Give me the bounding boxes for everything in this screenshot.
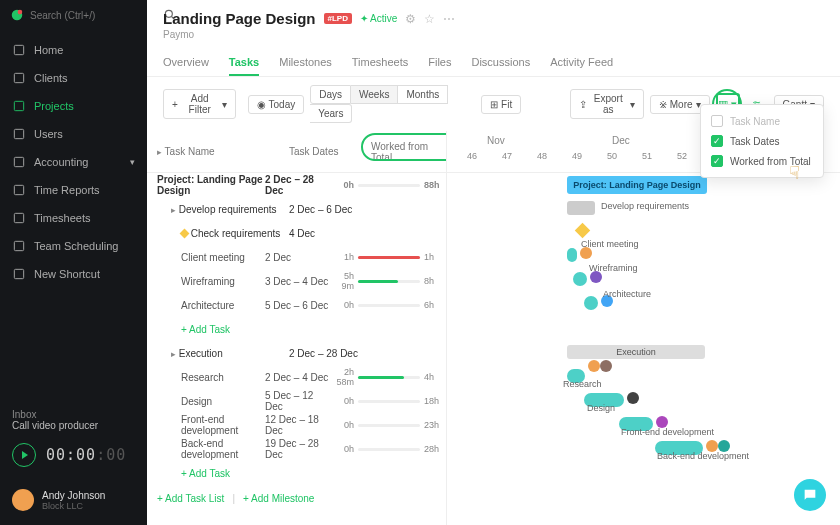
user-name: Andy Johnson [42, 490, 105, 501]
timeline-week: 50 [607, 151, 617, 161]
task-row[interactable]: Research2 Dec – 4 Dec2h 58m4h [147, 365, 446, 389]
svg-rect-7 [14, 157, 23, 166]
gantt-bar[interactable] [573, 272, 587, 286]
range-weeks[interactable]: Weeks [351, 85, 398, 104]
gantt-milestone-icon[interactable] [575, 223, 591, 239]
col-task-dates[interactable]: Task Dates [289, 146, 371, 157]
task-row[interactable]: Architecture5 Dec – 6 Dec0h6h [147, 293, 446, 317]
gantt-label: Back-end development [657, 451, 749, 461]
gantt-bar[interactable]: Execution [567, 345, 705, 359]
sidebar-item-home[interactable]: Home [0, 36, 147, 64]
gantt-panel[interactable]: NovDec4647484950515212 Project: Landing … [447, 131, 840, 525]
range-years[interactable]: Years [310, 104, 352, 123]
svg-rect-4 [14, 73, 23, 82]
gantt-bar[interactable] [584, 296, 598, 310]
gantt-bar[interactable] [567, 201, 595, 215]
search-input[interactable] [30, 10, 157, 21]
range-months[interactable]: Months [398, 85, 448, 104]
sidebar-item-new-shortcut[interactable]: New Shortcut [0, 260, 147, 288]
play-icon[interactable] [12, 443, 36, 467]
tab-milestones[interactable]: Milestones [279, 50, 332, 76]
task-row[interactable]: Back-end development19 Dec – 28 Dec0h28h [147, 437, 446, 461]
col-worked[interactable]: Worked from Total [371, 141, 428, 163]
breadcrumb[interactable]: Paymo [147, 29, 840, 40]
home-icon [12, 43, 26, 57]
sidebar: HomeClientsProjectsUsersAccounting▾Time … [0, 0, 147, 525]
task-row[interactable]: + Add Task [147, 461, 446, 485]
tab-overview[interactable]: Overview [163, 50, 209, 76]
more-icon[interactable]: ⋯ [443, 12, 455, 26]
avatar [588, 360, 600, 372]
gear-icon[interactable]: ⚙ [405, 12, 416, 26]
task-row[interactable]: ▸ Execution2 Dec – 28 Dec [147, 341, 446, 365]
dropdown-item[interactable]: Task Name [701, 111, 823, 131]
clients-icon [12, 71, 26, 85]
task-row[interactable]: Design5 Dec – 12 Dec0h18h [147, 389, 446, 413]
sidebar-item-clients[interactable]: Clients [0, 64, 147, 92]
bell-icon[interactable]: ☆ [424, 12, 435, 26]
add-task-list-link[interactable]: + Add Task List [157, 493, 224, 504]
add-task-link[interactable]: + Add Task [157, 324, 230, 335]
checkbox-icon[interactable] [711, 115, 723, 127]
task-row[interactable]: ▸ Develop requirements2 Dec – 6 Dec [147, 197, 446, 221]
task-row[interactable]: + Add Task [147, 317, 446, 341]
user-profile[interactable]: Andy Johnson Block LLC [0, 479, 147, 525]
task-row[interactable]: Front-end development12 Dec – 18 Dec0h23… [147, 413, 446, 437]
timeline-week: 46 [467, 151, 477, 161]
tab-activity-feed[interactable]: Activity Feed [550, 50, 613, 76]
users-icon [12, 127, 26, 141]
avatar [600, 360, 612, 372]
svg-point-1 [18, 10, 23, 15]
tab-discussions[interactable]: Discussions [471, 50, 530, 76]
columns-dropdown[interactable]: Task Name✓Task Dates✓Worked from Total [700, 104, 824, 178]
export-button[interactable]: ⇪ Export as ▾ [570, 89, 644, 119]
diamond-icon [180, 228, 190, 238]
tab-tasks[interactable]: Tasks [229, 50, 259, 76]
dropdown-item[interactable]: ✓Worked from Total [701, 151, 823, 171]
gantt-project-bar[interactable]: Project: Landing Page Design [567, 176, 707, 194]
checkbox-icon[interactable]: ✓ [711, 155, 723, 167]
gantt-label: Develop requirements [601, 201, 689, 211]
task-row[interactable]: Client meeting2 Dec1h1h [147, 245, 446, 269]
gantt-label: Architecture [603, 289, 651, 299]
add-task-link[interactable]: + Add Task [157, 468, 230, 479]
sidebar-item-projects[interactable]: Projects [0, 92, 147, 120]
checkbox-icon[interactable]: ✓ [711, 135, 723, 147]
range-days[interactable]: Days [310, 85, 351, 104]
svg-rect-6 [14, 129, 23, 138]
add-filter-button[interactable]: + Add Filter ▾ [163, 89, 236, 119]
task-row[interactable]: Project: Landing Page Design2 Dec – 28 D… [147, 173, 446, 197]
task-row[interactable]: Check requirements4 Dec [147, 221, 446, 245]
timeline-month: Dec [612, 135, 630, 146]
gantt-bar[interactable] [567, 248, 577, 262]
inbox-title: Inbox [12, 409, 135, 420]
sidebar-item-team-scheduling[interactable]: Team Scheduling [0, 232, 147, 260]
logo-icon [10, 8, 24, 22]
sidebar-item-accounting[interactable]: Accounting▾ [0, 148, 147, 176]
chat-fab[interactable] [794, 479, 826, 511]
sidebar-item-users[interactable]: Users [0, 120, 147, 148]
cursor-icon: ☟ [789, 162, 800, 184]
col-task-name[interactable]: Task Name [165, 146, 215, 157]
gantt-label: Front-end development [621, 427, 714, 437]
tab-files[interactable]: Files [428, 50, 451, 76]
timesheets-icon [12, 211, 26, 225]
today-button[interactable]: ◉ Today [248, 95, 305, 114]
timer-value: 00:00:00 [46, 446, 126, 464]
timer[interactable]: 00:00:00 [0, 439, 147, 479]
svg-rect-5 [14, 101, 23, 110]
timeline-month: Nov [487, 135, 505, 146]
tab-timesheets[interactable]: Timesheets [352, 50, 408, 76]
search-box[interactable] [0, 0, 147, 30]
add-milestone-link[interactable]: + Add Milestone [243, 493, 314, 504]
sidebar-item-timesheets[interactable]: Timesheets [0, 204, 147, 232]
dropdown-item[interactable]: ✓Task Dates [701, 131, 823, 151]
fit-button[interactable]: ⊞ Fit [481, 95, 521, 114]
plus-icon [12, 267, 26, 281]
timeline-week: 51 [642, 151, 652, 161]
gantt-label: Client meeting [581, 239, 639, 249]
task-row[interactable]: Wireframing3 Dec – 4 Dec5h 9m8h [147, 269, 446, 293]
timeline-week: 47 [502, 151, 512, 161]
inbox-subtitle[interactable]: Call video producer [12, 420, 135, 431]
sidebar-item-time-reports[interactable]: Time Reports [0, 176, 147, 204]
